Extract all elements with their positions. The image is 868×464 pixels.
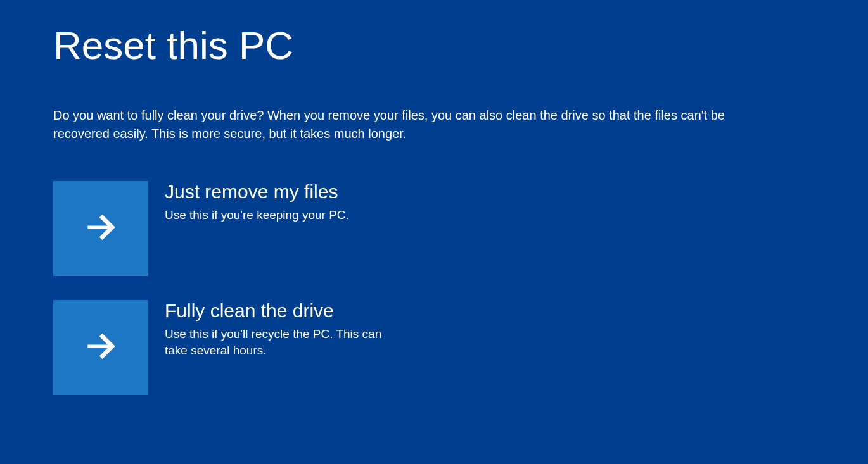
options-list: Just remove my files Use this if you're … (53, 181, 815, 395)
option-text: Fully clean the drive Use this if you'll… (165, 300, 399, 360)
option-text: Just remove my files Use this if you're … (165, 181, 349, 223)
option-description: Use this if you'll recycle the PC. This … (165, 326, 399, 360)
arrow-right-icon (81, 208, 120, 249)
option-title: Just remove my files (165, 181, 349, 203)
page-title: Reset this PC (53, 24, 815, 67)
option-tile (53, 300, 148, 395)
option-tile (53, 181, 148, 276)
option-description: Use this if you're keeping your PC. (165, 207, 349, 224)
option-just-remove-files[interactable]: Just remove my files Use this if you're … (53, 181, 446, 276)
option-fully-clean-drive[interactable]: Fully clean the drive Use this if you'll… (53, 300, 446, 395)
arrow-right-icon (81, 327, 120, 368)
option-title: Fully clean the drive (165, 300, 399, 322)
page-subtitle: Do you want to fully clean your drive? W… (53, 106, 737, 143)
